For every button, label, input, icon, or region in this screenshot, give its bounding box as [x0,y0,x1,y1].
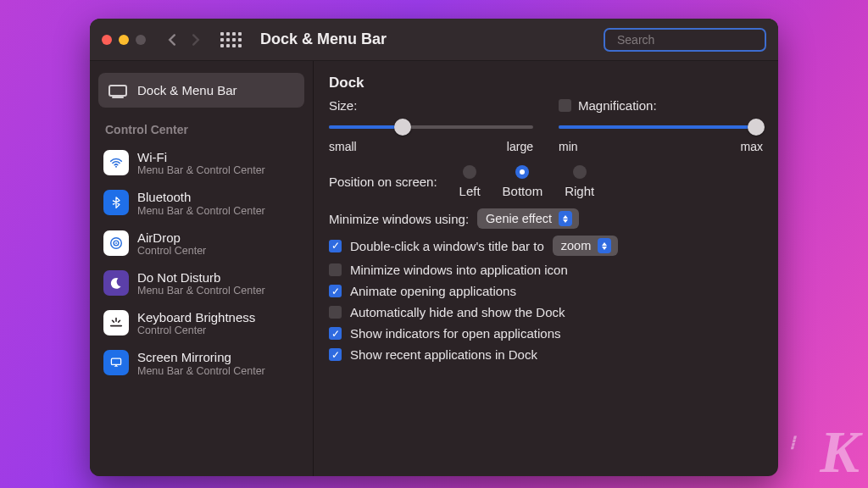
position-bottom-radio[interactable] [515,165,529,179]
svg-point-2 [115,166,117,168]
forward-icon [190,34,202,46]
svg-rect-6 [111,358,120,364]
titlebar: Dock & Menu Bar [90,19,778,61]
sidebar-item-dock-menu-bar[interactable]: Dock & Menu Bar [98,73,304,108]
screen-mirroring-icon [103,350,129,375]
position-left-radio[interactable] [463,165,476,179]
dock-icon [108,85,127,97]
nav-arrows [166,34,202,46]
size-slider[interactable] [329,118,533,136]
wifi-icon [103,150,129,175]
show-recent-checkbox[interactable] [329,348,342,361]
sidebar-item-airdrop[interactable]: AirDropControl Center [98,224,304,263]
minimize-icon[interactable] [119,35,129,45]
minimize-into-icon-checkbox[interactable] [329,263,342,276]
magnification-slider[interactable] [559,118,763,136]
sidebar-section-label: Control Center [105,123,298,136]
bluetooth-icon [103,190,129,215]
sidebar-item-wifi[interactable]: Wi-FiMenu Bar & Control Center [98,143,304,183]
sidebar-item-screen-mirroring[interactable]: Screen MirroringMenu Bar & Control Cente… [98,343,304,383]
position-right-radio[interactable] [573,165,587,179]
double-click-action-select[interactable]: zoom [553,236,618,256]
sidebar-item-keyboard-brightness[interactable]: Keyboard BrightnessControl Center [98,303,304,343]
double-click-label: Double-click a window's title bar to [350,239,544,253]
zoom-icon [136,35,146,45]
minimize-using-label: Minimize windows using: [329,212,469,226]
chevron-updown-icon [559,211,572,226]
back-icon[interactable] [166,34,178,46]
section-heading: Dock [329,75,763,92]
watermark-logo: K [820,419,860,486]
sidebar-item-bluetooth[interactable]: BluetoothMenu Bar & Control Center [98,183,304,223]
show-all-icon[interactable] [220,32,242,47]
double-click-checkbox[interactable] [329,240,342,252]
svg-point-5 [115,242,117,244]
chevron-updown-icon [598,238,611,253]
magnification-label: Magnification: [578,98,657,113]
window-title: Dock & Menu Bar [260,30,387,48]
autohide-dock-checkbox[interactable] [329,306,342,319]
keyboard-brightness-icon [103,310,129,336]
airdrop-icon [103,230,129,256]
search-field[interactable] [604,28,766,52]
main-panel: Dock Size: smalllarge Magnification: min… [314,61,778,476]
search-input[interactable] [617,33,765,47]
minimize-effect-select[interactable]: Genie effect [477,208,579,229]
close-icon[interactable] [102,35,112,45]
traffic-lights [102,35,151,45]
show-indicators-checkbox[interactable] [329,327,342,340]
preferences-window: Dock & Menu Bar Dock & Menu Bar Control … [90,19,778,476]
animate-opening-checkbox[interactable] [329,285,342,297]
moon-icon [103,270,129,296]
magnification-checkbox[interactable] [559,99,571,112]
position-label: Position on screen: [329,175,437,189]
sidebar-item-label: Dock & Menu Bar [137,83,237,97]
sidebar-item-dnd[interactable]: Do Not DisturbMenu Bar & Control Center [98,263,304,303]
size-label: Size: [329,98,533,113]
sidebar: Dock & Menu Bar Control Center Wi-FiMenu… [90,61,314,476]
